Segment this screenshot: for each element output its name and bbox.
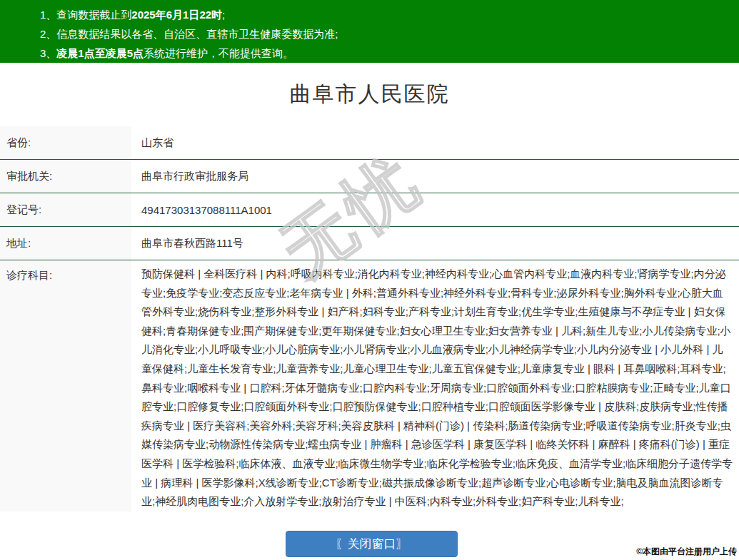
notice-item-3: 3、凌晨1点至凌晨5点系统进行维护，不能提供查询。 <box>0 44 739 63</box>
row-value: 曲阜市行政审批服务局 <box>131 170 739 183</box>
row-label: 审批机关: <box>0 160 131 193</box>
row-value: 曲阜市春秋西路111号 <box>131 237 739 250</box>
row-label: 登记号: <box>0 193 131 226</box>
copyright-note: ©本图由平台注册用户上传 <box>636 546 737 558</box>
row-label: 省份: <box>0 126 131 159</box>
row-label: 诊疗科目: <box>0 260 131 511</box>
table-row-registration-number: 登记号: 49417303137088111A1001 <box>0 193 739 227</box>
page-title: 曲阜市人民医院 <box>290 80 450 109</box>
table-row-departments: 诊疗科目: 预防保健科 | 全科医疗科 | 内科;呼吸内科专业;消化内科专业;神… <box>0 260 739 511</box>
row-label: 地址: <box>0 227 131 260</box>
row-value: 49417303137088111A1001 <box>131 204 739 216</box>
hospital-info-table: 省份: 山东省 审批机关: 曲阜市行政审批服务局 登记号: 4941730313… <box>0 126 739 511</box>
notice-banner: 1、查询数据截止到2025年6月1日22时; 2、信息数据结果以各省、自治区、直… <box>0 0 739 63</box>
title-bar: 曲阜市人民医院 <box>0 63 739 126</box>
table-row-address: 地址: 曲阜市春秋西路111号 <box>0 227 739 260</box>
table-row-province: 省份: 山东省 <box>0 126 739 160</box>
table-row-approval-authority: 审批机关: 曲阜市行政审批服务局 <box>0 160 739 193</box>
row-value: 预防保健科 | 全科医疗科 | 内科;呼吸内科专业;消化内科专业;神经内科专业;… <box>131 260 739 511</box>
close-window-button[interactable]: 〖关闭窗口〗 <box>286 531 458 557</box>
notice-item-1: 1、查询数据截止到2025年6月1日22时; <box>0 5 739 24</box>
notice-item-2: 2、信息数据结果以各省、自治区、直辖市卫生健康委数据为准; <box>0 24 739 44</box>
row-value: 山东省 <box>131 136 739 150</box>
